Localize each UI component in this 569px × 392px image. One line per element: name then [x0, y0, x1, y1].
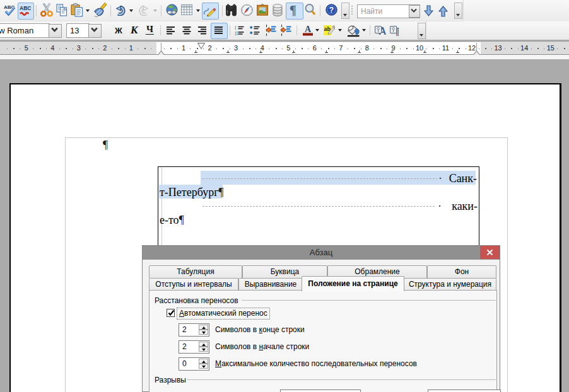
- svg-text:?: ?: [329, 6, 334, 14]
- svg-text:ABC: ABC: [20, 5, 31, 11]
- svg-text:I: I: [235, 25, 237, 31]
- svg-text:II: II: [235, 31, 238, 36]
- svg-text:A: A: [305, 25, 312, 34]
